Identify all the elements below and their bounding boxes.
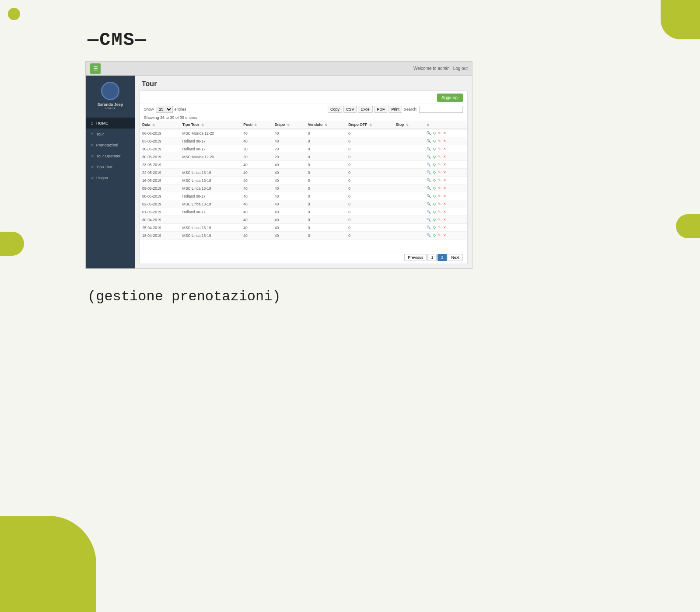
edit-copy-button[interactable]: Q [432, 154, 437, 159]
view-button[interactable]: 🔍 [426, 154, 432, 159]
cell-tipo [180, 216, 241, 224]
page-1-button[interactable]: 1 [427, 254, 437, 261]
entries-select[interactable]: 25 10 50 [156, 106, 173, 113]
delete-button[interactable]: ✕ [442, 202, 447, 206]
edit-copy-button[interactable]: Q [432, 146, 437, 151]
col-venduto[interactable]: Venduto ⇅ [305, 121, 346, 129]
edit-button[interactable]: ✎ [437, 209, 442, 214]
page-2-button[interactable]: 2 [438, 254, 447, 261]
sidebar-item-prenotazioni[interactable]: ≡ Prenotazioni [86, 139, 135, 150]
sidebar: Saranda Jeep admin ▾ ⌂ HOME ≡ Tour ≡ Pre… [86, 76, 135, 268]
edit-copy-button[interactable]: Q [432, 178, 437, 183]
sidebar-item-tour-operator[interactable]: ○ Tour Operator [86, 150, 135, 161]
edit-button[interactable]: ✎ [437, 194, 442, 198]
col-dispo[interactable]: Dispo ⇅ [272, 121, 305, 129]
edit-button[interactable]: ✎ [437, 154, 442, 159]
excel-button[interactable]: Excel [358, 106, 373, 113]
delete-button[interactable]: ✕ [442, 170, 447, 175]
welcome-text: Welcome to admin [413, 66, 450, 71]
view-button[interactable]: 🔍 [426, 131, 432, 136]
view-button[interactable]: 🔍 [426, 178, 432, 183]
tipo-tour-icon: ○ [91, 164, 94, 169]
delete-button[interactable]: ✕ [442, 186, 447, 191]
edit-button[interactable]: ✎ [437, 139, 442, 143]
pagination: Previous 1 2 Next [140, 251, 467, 264]
search-input[interactable] [419, 106, 463, 113]
col-posti[interactable]: Posti ⇅ [241, 121, 272, 129]
edit-button[interactable]: ✎ [437, 217, 442, 222]
edit-button[interactable]: ✎ [437, 186, 442, 191]
delete-button[interactable]: ✕ [442, 162, 447, 167]
edit-button[interactable]: ✎ [437, 233, 442, 238]
edit-button[interactable]: ✎ [437, 225, 442, 230]
edit-copy-button[interactable]: Q [432, 194, 437, 198]
add-button[interactable]: Aggiungi [437, 94, 463, 102]
table-row: 01-05-2019 Holland 08-17 40 40 0 0 🔍 Q ✎… [140, 208, 467, 216]
col-data[interactable]: Data ⇅ [140, 121, 180, 129]
view-button[interactable]: 🔍 [426, 225, 432, 230]
delete-button[interactable]: ✕ [442, 217, 447, 222]
view-button[interactable]: 🔍 [426, 202, 432, 206]
sidebar-item-lingua[interactable]: ○ Lingua [86, 172, 135, 183]
next-button[interactable]: Next [448, 254, 463, 261]
view-button[interactable]: 🔍 [426, 170, 432, 175]
sidebar-item-home[interactable]: ⌂ HOME [86, 118, 135, 129]
edit-copy-button[interactable]: Q [432, 225, 437, 230]
view-button[interactable]: 🔍 [426, 162, 432, 167]
cell-stop [393, 129, 423, 137]
copy-button[interactable]: Copy [328, 106, 342, 113]
delete-button[interactable]: ✕ [442, 146, 447, 151]
pdf-button[interactable]: PDF [374, 106, 387, 113]
hamburger-icon[interactable]: ☰ [90, 63, 101, 74]
view-button[interactable]: 🔍 [426, 194, 432, 198]
edit-copy-button[interactable]: Q [432, 162, 437, 167]
col-stop[interactable]: Stop ⇅ [393, 121, 423, 129]
sidebar-item-tipo-tour[interactable]: ○ Tipo Tour [86, 161, 135, 172]
print-button[interactable]: Print [388, 106, 402, 113]
edit-copy-button[interactable]: Q [432, 186, 437, 191]
view-button[interactable]: 🔍 [426, 139, 432, 143]
delete-button[interactable]: ✕ [442, 131, 447, 136]
edit-copy-button[interactable]: Q [432, 170, 437, 175]
sidebar-item-tipo-tour-label: Tipo Tour [96, 165, 112, 169]
view-button[interactable]: 🔍 [426, 146, 432, 151]
cell-tipo: Holland 08-17 [180, 192, 241, 200]
col-tipo-tour[interactable]: Tipo Tour ⇅ [180, 121, 241, 129]
delete-button[interactable]: ✕ [442, 209, 447, 214]
edit-button[interactable]: ✎ [437, 178, 442, 183]
cell-actions: 🔍 Q ✎ ✕ [423, 145, 467, 153]
delete-button[interactable]: ✕ [442, 139, 447, 143]
view-button[interactable]: 🔍 [426, 209, 432, 214]
edit-copy-button[interactable]: Q [432, 209, 437, 214]
delete-button[interactable]: ✕ [442, 225, 447, 230]
edit-copy-button[interactable]: Q [432, 139, 437, 143]
edit-copy-button[interactable]: Q [432, 233, 437, 238]
table-row: 23-05-2019 40 40 0 0 🔍 Q ✎ ✕ [140, 161, 467, 169]
previous-button[interactable]: Previous [404, 254, 427, 261]
edit-button[interactable]: ✎ [437, 131, 442, 136]
delete-button[interactable]: ✕ [442, 194, 447, 198]
view-button[interactable]: 🔍 [426, 233, 432, 238]
delete-button[interactable]: ✕ [442, 178, 447, 183]
cell-tipo: MSC Lirica 13-19 [180, 224, 241, 232]
delete-button[interactable]: ✕ [442, 154, 447, 159]
edit-button[interactable]: ✎ [437, 170, 442, 175]
edit-button[interactable]: ✎ [437, 202, 442, 206]
edit-button[interactable]: ✎ [437, 146, 442, 151]
csv-button[interactable]: CSV [343, 106, 357, 113]
cell-stop [393, 137, 423, 145]
sidebar-item-tour[interactable]: ≡ Tour [86, 129, 135, 139]
prenotazioni-icon: ≡ [91, 143, 94, 147]
edit-button[interactable]: ✎ [437, 162, 442, 167]
cell-stop [393, 169, 423, 177]
edit-copy-button[interactable]: Q [432, 202, 437, 206]
cell-stop [393, 232, 423, 240]
view-button[interactable]: 🔍 [426, 217, 432, 222]
col-dispo-off[interactable]: Dispo OFF ⇅ [346, 121, 393, 129]
edit-copy-button[interactable]: Q [432, 131, 437, 136]
logout-button[interactable]: Log out [453, 66, 468, 71]
view-button[interactable]: 🔍 [426, 186, 432, 191]
edit-copy-button[interactable]: Q [432, 217, 437, 222]
delete-button[interactable]: ✕ [442, 233, 447, 238]
logo-circle [101, 82, 119, 100]
